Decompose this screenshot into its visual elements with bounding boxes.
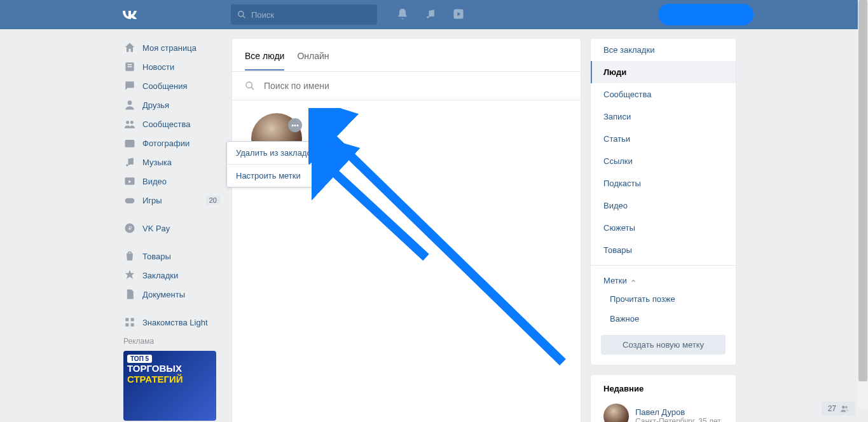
menu-configure-tags[interactable]: Настроить метки <box>227 165 324 187</box>
nav-item-photos[interactable]: Фотографии <box>120 133 223 153</box>
nav-item-dating[interactable]: Знакомства Light <box>120 313 223 332</box>
header-search-input[interactable] <box>251 10 371 20</box>
nav-label: Товары <box>142 252 171 261</box>
notifications-icon[interactable] <box>396 8 409 22</box>
filters-card: Все закладкиЛюдиСообществаЗаписиСтатьиСс… <box>590 38 736 365</box>
vkpay-icon: ₽ <box>123 222 136 235</box>
left-nav: Моя страницаНовостиСообщенияДрузьяСообще… <box>120 38 223 422</box>
chevron-up-icon <box>630 278 637 284</box>
nav-item-vkpay[interactable]: ₽VK Pay <box>120 219 223 238</box>
svg-point-23 <box>246 82 252 88</box>
recent-sub: Санкт-Петербург, 35 лет <box>635 417 721 423</box>
svg-point-2 <box>427 16 429 18</box>
svg-point-13 <box>126 164 128 166</box>
svg-rect-22 <box>131 323 134 327</box>
filter-podcasts[interactable]: Подкасты <box>591 172 736 194</box>
header-search[interactable] <box>231 4 377 25</box>
filter-video[interactable]: Видео <box>591 194 736 217</box>
bookmarks-icon <box>123 269 136 282</box>
photos-icon <box>123 137 136 149</box>
vk-logo[interactable] <box>121 6 139 23</box>
nav-item-groups[interactable]: Сообщества <box>120 114 223 133</box>
filter-people[interactable]: Люди <box>591 61 736 83</box>
svg-rect-21 <box>125 323 128 327</box>
svg-point-8 <box>128 100 132 105</box>
nav-label: Закладки <box>142 271 178 280</box>
search-icon <box>237 10 246 19</box>
nav-item-market[interactable]: Товары <box>120 247 223 266</box>
games-icon <box>123 194 136 207</box>
messages-icon <box>123 79 136 92</box>
svg-rect-16 <box>125 198 135 203</box>
nav-item-friends[interactable]: Друзья <box>120 95 223 114</box>
nav-label: Фотографии <box>142 139 189 148</box>
tags-header[interactable]: Метки <box>591 269 736 289</box>
svg-line-24 <box>251 87 254 90</box>
people-icon <box>840 404 849 413</box>
nav-label: Сообщества <box>142 119 191 129</box>
nav-item-music[interactable]: Музыка <box>120 153 223 172</box>
nav-item-video[interactable]: Видео <box>120 172 223 191</box>
nav-label: Моя страница <box>142 43 196 53</box>
tag-item[interactable]: Прочитать позже <box>591 289 736 309</box>
play-icon[interactable] <box>452 8 465 22</box>
user-profile-area[interactable] <box>658 4 754 25</box>
name-search-row <box>232 72 581 100</box>
menu-remove-bookmark[interactable]: Удалить из закладок <box>227 142 324 164</box>
nav-label: Сообщения <box>142 81 188 91</box>
main-card: Все людиОнлайн ••• Павел Дуров <box>231 38 581 422</box>
nav-item-bookmarks[interactable]: Закладки <box>120 266 223 285</box>
nav-item-games[interactable]: Игры20 <box>120 191 223 210</box>
tab-all[interactable]: Все люди <box>245 40 284 71</box>
nav-label: Новости <box>142 62 174 72</box>
nav-label: VK Pay <box>142 224 170 233</box>
svg-point-9 <box>126 121 129 124</box>
search-icon <box>245 81 255 91</box>
filter-market[interactable]: Товары <box>591 239 736 261</box>
scrollbar[interactable] <box>858 0 868 408</box>
video-icon <box>123 175 136 187</box>
nav-item-news[interactable]: Новости <box>120 57 223 76</box>
home-icon <box>123 41 136 54</box>
tab-online[interactable]: Онлайн <box>297 40 329 71</box>
nav-label: Документы <box>142 290 185 299</box>
filter-stories[interactable]: Сюжеты <box>591 217 736 239</box>
svg-point-10 <box>130 121 134 124</box>
docs-icon <box>123 288 136 301</box>
svg-point-28 <box>845 406 848 409</box>
filter-all[interactable]: Все закладки <box>591 39 736 61</box>
nav-item-docs[interactable]: Документы <box>120 285 223 304</box>
nav-item-messages[interactable]: Сообщения <box>120 76 223 95</box>
recent-name: Павел Дуров <box>635 407 721 417</box>
avatar <box>603 404 629 422</box>
recent-header: Недавние <box>591 375 736 400</box>
svg-rect-20 <box>131 318 134 321</box>
market-icon <box>123 250 136 262</box>
svg-point-0 <box>238 11 244 17</box>
svg-rect-19 <box>125 318 128 321</box>
nav-label: Видео <box>142 177 167 186</box>
svg-point-3 <box>432 14 434 16</box>
music-icon[interactable] <box>424 8 437 22</box>
filter-posts[interactable]: Записи <box>591 106 736 128</box>
svg-text:₽: ₽ <box>128 225 132 231</box>
nav-item-home[interactable]: Моя страница <box>120 38 223 57</box>
name-search-input[interactable] <box>264 81 568 91</box>
svg-point-12 <box>128 142 132 146</box>
filter-groups[interactable]: Сообщества <box>591 83 736 106</box>
svg-line-1 <box>243 16 245 18</box>
groups-icon <box>123 118 136 130</box>
more-button[interactable]: ••• <box>288 118 302 132</box>
messages-float-badge[interactable]: 27 <box>822 402 855 416</box>
filter-articles[interactable]: Статьи <box>591 128 736 150</box>
dating-icon <box>123 316 136 329</box>
nav-badge: 20 <box>206 196 220 205</box>
create-tag-button[interactable]: Создать новую метку <box>601 335 726 355</box>
filter-links[interactable]: Ссылки <box>591 150 736 172</box>
music-icon <box>123 156 136 168</box>
recent-card: Недавние Павел Дуров Санкт-Петербург, 35… <box>590 374 736 422</box>
tag-item[interactable]: Важное <box>591 309 736 329</box>
ad-banner[interactable]: ТОП 5 ТОРГОВЫХ СТРАТЕГИЙ <box>123 351 216 421</box>
recent-item[interactable]: Павел Дуров Санкт-Петербург, 35 лет <box>591 400 736 422</box>
svg-point-27 <box>842 405 845 409</box>
